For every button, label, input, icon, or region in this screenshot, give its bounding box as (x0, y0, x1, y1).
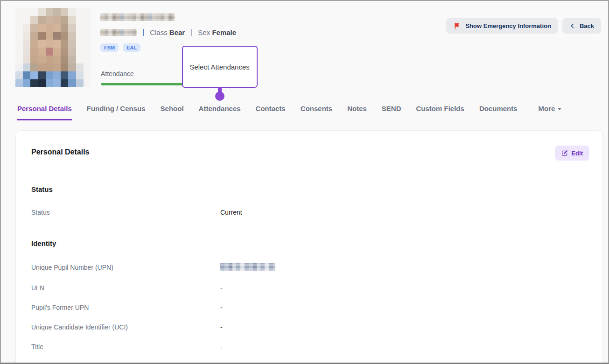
table-row: Status Current (31, 203, 589, 222)
pupil-name-redacted (100, 14, 175, 21)
attendance-progress-bar (101, 83, 183, 85)
tab-funding-census[interactable]: Funding / Census (87, 93, 146, 120)
tab-attendances-label: Attendances (199, 105, 241, 112)
sex-value: Female (212, 28, 236, 36)
row-value: - (220, 284, 589, 292)
card-header: Personal Details Edit (31, 146, 589, 161)
show-emergency-information-button[interactable]: Show Emergency Information (446, 18, 558, 34)
table-row: Title - (31, 337, 589, 357)
section-heading-status: Status (31, 185, 589, 193)
edit-pencil-icon (561, 150, 568, 156)
pupil-badges: FSM EAL (100, 43, 140, 52)
row-label: Unique Pupil Number (UPN) (31, 264, 220, 271)
row-label: Status (31, 209, 220, 216)
row-value: - (220, 304, 589, 311)
tab-custom-fields[interactable]: Custom Fields (416, 93, 464, 120)
tab-school[interactable]: School (161, 93, 184, 120)
identity-rows: Unique Pupil Number (UPN) ULN - Pupil's … (31, 257, 589, 357)
badge-fsm: FSM (100, 43, 119, 52)
row-value: - (220, 343, 589, 350)
class-label: Class (150, 28, 168, 36)
class-info: Class Bear (150, 28, 185, 36)
pupil-profile-page: | Class Bear | Sex Female FSM EAL Attend… (0, 0, 609, 364)
flag-icon (453, 22, 461, 30)
tab-send[interactable]: SEND (382, 93, 401, 120)
tab-more-label: More (539, 105, 555, 112)
class-value: Bear (169, 28, 185, 36)
header-actions: Show Emergency Information Back (446, 18, 601, 34)
profile-tabs: Personal Details Funding / Census School… (17, 93, 608, 120)
back-label: Back (580, 22, 594, 29)
row-label: Unique Candidate Identifier (UCI) (31, 323, 220, 331)
card-title: Personal Details (31, 146, 90, 156)
tab-notes[interactable]: Notes (347, 93, 367, 120)
upn-value-redacted (220, 263, 275, 271)
tab-attendances[interactable]: Attendances Select Attendances (199, 93, 241, 120)
table-row: ULN - (31, 278, 589, 298)
section-heading-identity: Identity (31, 239, 589, 247)
divider: | (142, 28, 144, 36)
chevron-down-icon (558, 108, 561, 110)
status-rows: Status Current (31, 203, 589, 222)
pupil-dob-redacted (100, 29, 137, 36)
sex-info: Sex Female (198, 28, 236, 36)
table-row: Unique Pupil Number (UPN) (31, 257, 589, 278)
tab-more[interactable]: More (539, 93, 562, 120)
edit-button[interactable]: Edit (555, 146, 589, 161)
attendance-summary: Attendance (101, 70, 183, 85)
row-value: - (220, 323, 589, 331)
show-emergency-information-label: Show Emergency Information (465, 22, 551, 29)
table-row: Unique Candidate Identifier (UCI) - (31, 317, 589, 337)
personal-details-card: Personal Details Edit Status Status Curr… (15, 130, 603, 364)
tab-personal-details[interactable]: Personal Details (17, 93, 72, 120)
table-row: Pupil's Former UPN - (31, 298, 589, 317)
row-value (220, 263, 589, 272)
row-label: Title (31, 343, 220, 350)
attendance-label: Attendance (101, 70, 183, 77)
row-label: Pupil's Former UPN (31, 304, 220, 311)
sex-label: Sex (198, 28, 210, 36)
row-label: ULN (31, 284, 220, 292)
chevron-left-icon (569, 23, 575, 29)
divider: | (190, 28, 192, 36)
row-value: Current (220, 209, 589, 216)
profile-header: | Class Bear | Sex Female FSM EAL Attend… (1, 1, 608, 93)
edit-label: Edit (571, 150, 583, 157)
pupil-photo (15, 8, 91, 87)
tab-contacts[interactable]: Contacts (256, 93, 286, 120)
tab-consents[interactable]: Consents (301, 93, 332, 120)
pupil-info-line: | Class Bear | Sex Female (100, 28, 236, 36)
tab-documents[interactable]: Documents (479, 93, 518, 120)
back-button[interactable]: Back (562, 18, 601, 34)
badge-eal: EAL (123, 43, 140, 52)
